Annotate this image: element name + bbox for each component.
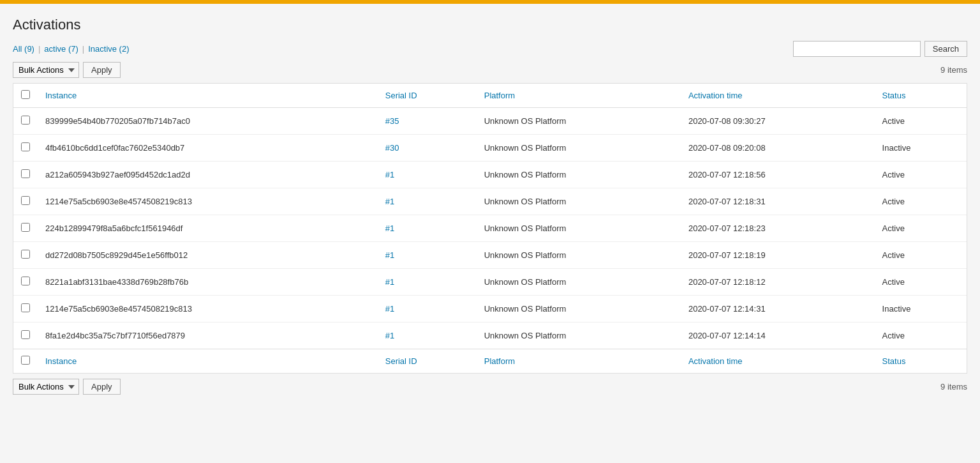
- footer-instance[interactable]: Instance: [38, 349, 378, 374]
- row-activation-time: 2020-07-07 12:14:14: [681, 323, 875, 349]
- table-row: a212a605943b927aef095d452dc1ad2d #1 Unkn…: [13, 162, 967, 188]
- row-checkbox-cell: [13, 242, 38, 269]
- select-all-checkbox-bottom[interactable]: [21, 356, 30, 365]
- row-checkbox[interactable]: [21, 169, 30, 178]
- search-button[interactable]: Search: [924, 41, 967, 57]
- row-checkbox-cell: [13, 296, 38, 323]
- serial-link[interactable]: #30: [385, 143, 399, 153]
- row-serial-id[interactable]: #1: [378, 242, 477, 269]
- row-platform: Unknown OS Platform: [477, 242, 681, 269]
- row-platform: Unknown OS Platform: [477, 269, 681, 296]
- row-status: Active: [875, 108, 967, 135]
- row-instance: 224b12899479f8a5a6bcfc1f561946df: [38, 215, 378, 242]
- serial-link[interactable]: #1: [385, 331, 394, 340]
- row-checkbox[interactable]: [21, 250, 30, 259]
- table-header: Instance Serial ID Platform Activation t…: [13, 84, 967, 108]
- row-serial-id[interactable]: #1: [378, 269, 477, 296]
- row-checkbox[interactable]: [21, 142, 30, 151]
- filter-inactive[interactable]: Inactive (2): [88, 44, 129, 54]
- serial-link[interactable]: #35: [385, 116, 399, 126]
- row-status: Inactive: [875, 296, 967, 323]
- footer-status[interactable]: Status: [875, 349, 967, 374]
- row-serial-id[interactable]: #1: [378, 323, 477, 349]
- row-checkbox[interactable]: [21, 330, 30, 339]
- serial-link[interactable]: #1: [385, 170, 394, 179]
- filters-row: All (9) | active (7) | Inactive (2) Sear…: [13, 41, 967, 57]
- row-checkbox-cell: [13, 188, 38, 215]
- footer-platform[interactable]: Platform: [477, 349, 681, 374]
- header-status[interactable]: Status: [875, 84, 967, 108]
- filter-all[interactable]: All (9): [13, 44, 34, 54]
- filter-links: All (9) | active (7) | Inactive (2): [13, 44, 130, 54]
- apply-button-bottom[interactable]: Apply: [83, 379, 121, 395]
- row-checkbox[interactable]: [21, 223, 30, 232]
- header-activation-time[interactable]: Activation time: [681, 84, 875, 108]
- row-activation-time: 2020-07-07 12:18:19: [681, 242, 875, 269]
- footer-activation-time[interactable]: Activation time: [681, 349, 875, 374]
- header-serial-id[interactable]: Serial ID: [378, 84, 477, 108]
- items-count-top: 9 items: [940, 65, 967, 75]
- filter-active[interactable]: active (7): [44, 44, 78, 54]
- items-count-bottom: 9 items: [940, 382, 967, 391]
- footer-checkbox-cell: [13, 349, 38, 374]
- row-serial-id[interactable]: #1: [378, 215, 477, 242]
- row-activation-time: 2020-07-07 12:18:31: [681, 188, 875, 215]
- footer-serial-id[interactable]: Serial ID: [378, 349, 477, 374]
- table-row: 839999e54b40b770205a07fb714b7ac0 #35 Unk…: [13, 108, 967, 135]
- bulk-actions-select[interactable]: Bulk Actions: [13, 62, 79, 78]
- row-activation-time: 2020-07-07 12:14:31: [681, 296, 875, 323]
- row-instance: 4fb4610bc6dd1cef0fac7602e5340db7: [38, 135, 378, 162]
- bulk-actions-select-bottom[interactable]: Bulk Actions: [13, 379, 79, 395]
- table-row: 224b12899479f8a5a6bcfc1f561946df #1 Unkn…: [13, 215, 967, 242]
- header-platform[interactable]: Platform: [477, 84, 681, 108]
- row-serial-id[interactable]: #30: [378, 135, 477, 162]
- row-platform: Unknown OS Platform: [477, 215, 681, 242]
- header-checkbox-cell: [13, 84, 38, 108]
- row-checkbox[interactable]: [21, 303, 30, 312]
- apply-button-top[interactable]: Apply: [83, 62, 121, 78]
- sep1: |: [38, 44, 40, 54]
- row-serial-id[interactable]: #1: [378, 296, 477, 323]
- row-platform: Unknown OS Platform: [477, 162, 681, 188]
- table-row: 4fb4610bc6dd1cef0fac7602e5340db7 #30 Unk…: [13, 135, 967, 162]
- row-serial-id[interactable]: #35: [378, 108, 477, 135]
- row-activation-time: 2020-07-07 12:18:23: [681, 215, 875, 242]
- row-status: Inactive: [875, 135, 967, 162]
- select-all-checkbox[interactable]: [21, 90, 30, 99]
- row-instance: 8221a1abf3131bae4338d769b28fb76b: [38, 269, 378, 296]
- row-platform: Unknown OS Platform: [477, 296, 681, 323]
- bottom-actions-row: Bulk Actions Apply 9 items: [13, 379, 967, 395]
- row-status: Active: [875, 323, 967, 349]
- page-title: Activations: [13, 17, 967, 33]
- header-instance[interactable]: Instance: [38, 84, 378, 108]
- activations-table: Instance Serial ID Platform Activation t…: [13, 84, 967, 373]
- serial-link[interactable]: #1: [385, 304, 394, 314]
- table-row: 8fa1e2d4bc35a75c7bf7710f56ed7879 #1 Unkn…: [13, 323, 967, 349]
- serial-link[interactable]: #1: [385, 197, 394, 206]
- row-instance: a212a605943b927aef095d452dc1ad2d: [38, 162, 378, 188]
- row-instance: 1214e75a5cb6903e8e4574508219c813: [38, 188, 378, 215]
- row-checkbox-cell: [13, 135, 38, 162]
- row-instance: 8fa1e2d4bc35a75c7bf7710f56ed7879: [38, 323, 378, 349]
- row-checkbox[interactable]: [21, 116, 30, 125]
- row-status: Active: [875, 215, 967, 242]
- table-body: 839999e54b40b770205a07fb714b7ac0 #35 Unk…: [13, 108, 967, 349]
- row-platform: Unknown OS Platform: [477, 135, 681, 162]
- table-row: 1214e75a5cb6903e8e4574508219c813 #1 Unkn…: [13, 188, 967, 215]
- serial-link[interactable]: #1: [385, 277, 394, 287]
- activations-table-wrapper: Instance Serial ID Platform Activation t…: [13, 83, 967, 374]
- serial-link[interactable]: #1: [385, 224, 394, 233]
- top-actions-left: Bulk Actions Apply: [13, 62, 121, 78]
- row-checkbox[interactable]: [21, 196, 30, 205]
- row-checkbox-cell: [13, 323, 38, 349]
- row-instance: dd272d08b7505c8929d45e1e56ffb012: [38, 242, 378, 269]
- search-input[interactable]: [793, 41, 921, 57]
- row-activation-time: 2020-07-07 12:18:56: [681, 162, 875, 188]
- serial-link[interactable]: #1: [385, 250, 394, 260]
- row-checkbox[interactable]: [21, 277, 30, 285]
- table-footer: Instance Serial ID Platform Activation t…: [13, 349, 967, 374]
- page-container: Activations All (9) | active (7) | Inact…: [0, 4, 980, 463]
- search-area: Search: [793, 41, 967, 57]
- row-serial-id[interactable]: #1: [378, 188, 477, 215]
- row-serial-id[interactable]: #1: [378, 162, 477, 188]
